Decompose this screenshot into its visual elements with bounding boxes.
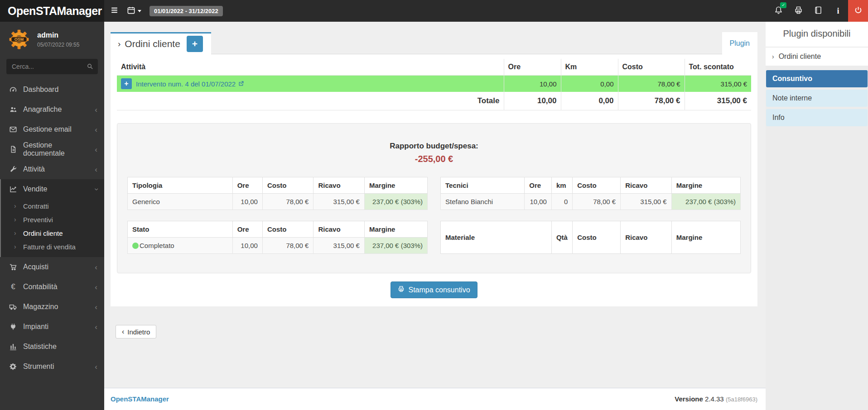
chevron-right-icon: ›: [772, 53, 774, 60]
column-header: Margine: [364, 177, 427, 194]
total-row: Totale 10,00 0,00 78,00 € 315,00 €: [117, 92, 751, 110]
activity-km: 0,00: [561, 76, 618, 92]
tab-ordini-cliente[interactable]: › Ordini cliente +: [111, 32, 211, 54]
column-header: Attività: [117, 59, 504, 76]
svg-text:OSM: OSM: [14, 37, 24, 42]
users-icon: [8, 105, 18, 114]
column-header: Costo: [618, 59, 685, 76]
back-button[interactable]: ‹ Indietro: [116, 325, 156, 338]
sidebar-item-label: Gestione email: [23, 125, 95, 133]
sidebar-item-magazzino[interactable]: Magazzino ‹: [0, 297, 104, 317]
activity-row: + Intervento num. 4 del 01/07/2022 10,00…: [117, 76, 751, 92]
main-column: › Ordini cliente + Plugin Attività Or: [104, 22, 766, 410]
plugin-tab-consuntivo[interactable]: Consuntivo: [766, 70, 868, 87]
envelope-icon: [8, 125, 18, 133]
sidebar-menu: Dashboard Anagrafiche ‹ Gestione email ‹…: [0, 80, 104, 410]
print-consuntivo-button[interactable]: Stampa consuntivo: [391, 281, 477, 298]
gauge-icon: [8, 86, 18, 94]
docs-button[interactable]: [808, 0, 828, 22]
budget-panel: Rapporto budget/spesa: -255,00 € Tipolog…: [117, 123, 751, 273]
tecnici-table: Tecnici Ore km Costo Ricavo Margine Stef…: [440, 177, 741, 210]
footer-brand-link[interactable]: OpenSTAManager: [111, 395, 169, 403]
sidebar-item-label: Gestione documentale: [23, 141, 95, 157]
sidebar-item-vendite[interactable]: Vendite ‹: [0, 179, 104, 199]
sidebar-subitem-preventivi[interactable]: › Preventivi: [0, 213, 104, 226]
column-header: Stato: [128, 221, 233, 238]
column-header: Ore: [525, 177, 552, 194]
chevron-left-icon: ‹: [95, 363, 97, 371]
plugin-link[interactable]: Plugin: [722, 32, 757, 54]
cart-icon: [8, 263, 18, 271]
vendite-submenu: › Contratti › Preventivi › Ordini client…: [0, 199, 104, 257]
add-order-button[interactable]: +: [187, 36, 203, 52]
calendar-dropdown-button[interactable]: [124, 0, 144, 22]
sidebar-toggle-button[interactable]: [104, 0, 124, 22]
sidebar-subitem-ordini-cliente[interactable]: › Ordini cliente: [0, 226, 104, 240]
about-button[interactable]: i: [828, 0, 848, 22]
wrench-icon: [8, 165, 18, 173]
sidebar-item-label: Impianti: [23, 323, 95, 331]
logout-button[interactable]: [848, 0, 868, 22]
sidebar-subitem-fatture-di-vendita[interactable]: › Fatture di vendita: [0, 240, 104, 253]
chevron-left-icon: ‹: [95, 323, 97, 331]
sidebar-subitem-label: Contratti: [23, 202, 49, 210]
navbar-right: ✓ i: [768, 0, 868, 22]
sidebar-item-acquisti[interactable]: Acquisti ‹: [0, 257, 104, 277]
print-button-topbar[interactable]: [788, 0, 808, 22]
sidebar-item-label: Vendite: [23, 185, 95, 193]
chevron-right-icon: ›: [14, 243, 23, 250]
plugin-panel-order-link[interactable]: › Ordini cliente: [766, 48, 868, 66]
activity-link[interactable]: Intervento num. 4 del 01/07/2022: [136, 80, 244, 88]
sidebar-subitem-label: Preventivi: [23, 216, 53, 224]
chevron-right-icon: ›: [14, 202, 23, 210]
column-header: Margine: [671, 177, 740, 194]
sidebar-item-label: Contabilità: [23, 283, 95, 291]
version-text: Versione 2.4.33 (5a18f6963): [675, 395, 757, 403]
sidebar-item-anagrafiche[interactable]: Anagrafiche ‹: [0, 100, 104, 119]
brand-logo: OpenSTAManager: [0, 0, 104, 22]
book-icon: [814, 6, 823, 16]
power-icon: [854, 6, 863, 16]
column-header: Ricavo: [313, 221, 365, 238]
printer-icon: [794, 6, 803, 16]
sidebar-item-strumenti[interactable]: Strumenti ‹: [0, 357, 104, 377]
column-header: Km: [561, 59, 618, 76]
sidebar-item-contabilita[interactable]: € Contabilità ‹: [0, 277, 104, 297]
sidebar-group-vendite: Vendite ‹ › Contratti › Preventivi: [0, 179, 104, 257]
hamburger-icon: [110, 6, 119, 16]
table-row: Generico 10,00 78,00 € 315,00 € 237,00 €…: [128, 194, 428, 210]
column-header: Tot. scontato: [685, 59, 751, 76]
plugin-panel-title: Plugin disponibili: [766, 22, 868, 47]
notifications-button[interactable]: ✓: [768, 0, 788, 22]
plugin-tab-note-interne[interactable]: Note interne: [766, 90, 868, 107]
activity-ore: 10,00: [504, 76, 561, 92]
table-row: Stefano Bianchi 10,00 0 78,00 € 315,00 €…: [441, 194, 741, 210]
date-range-badge[interactable]: 01/01/2022 - 31/12/2022: [149, 6, 223, 16]
euro-icon: €: [8, 282, 18, 291]
chevron-left-icon: ‹: [95, 126, 97, 133]
sidebar-item-statistiche[interactable]: Statistiche: [0, 337, 104, 357]
search-input[interactable]: [6, 59, 98, 74]
sidebar-item-gestione-documentale[interactable]: Gestione documentale ‹: [0, 139, 104, 159]
chevron-down-icon: ‹: [92, 188, 100, 191]
footer: OpenSTAManager Versione 2.4.33 (5a18f696…: [104, 388, 766, 410]
notification-check-badge: ✓: [780, 2, 786, 8]
printer-icon: [398, 286, 405, 294]
total-ore: 10,00: [504, 92, 561, 110]
total-costo: 78,00 €: [618, 92, 685, 110]
sidebar-subitem-contratti[interactable]: › Contratti: [0, 199, 104, 213]
chevron-right-icon: ›: [14, 229, 23, 237]
sidebar-item-dashboard[interactable]: Dashboard: [0, 80, 104, 100]
plugin-tab-info[interactable]: Info: [766, 109, 868, 126]
materiale-table: Materiale Qtà Costo Ricavo Margine: [440, 221, 741, 254]
sidebar-item-attivita[interactable]: Attività ‹: [0, 159, 104, 179]
budget-value: -255,00 €: [127, 154, 741, 164]
external-link-icon: [238, 80, 244, 88]
column-header: Costo: [262, 221, 313, 238]
sidebar-item-label: Dashboard: [23, 86, 97, 94]
sidebar-item-gestione-email[interactable]: Gestione email ‹: [0, 119, 104, 139]
sidebar-item-impianti[interactable]: Impianti ‹: [0, 317, 104, 337]
expand-activity-button[interactable]: +: [121, 78, 132, 89]
activity-table: Attività Ore Km Costo Tot. scontato: [117, 59, 751, 110]
search-icon[interactable]: [87, 63, 93, 72]
